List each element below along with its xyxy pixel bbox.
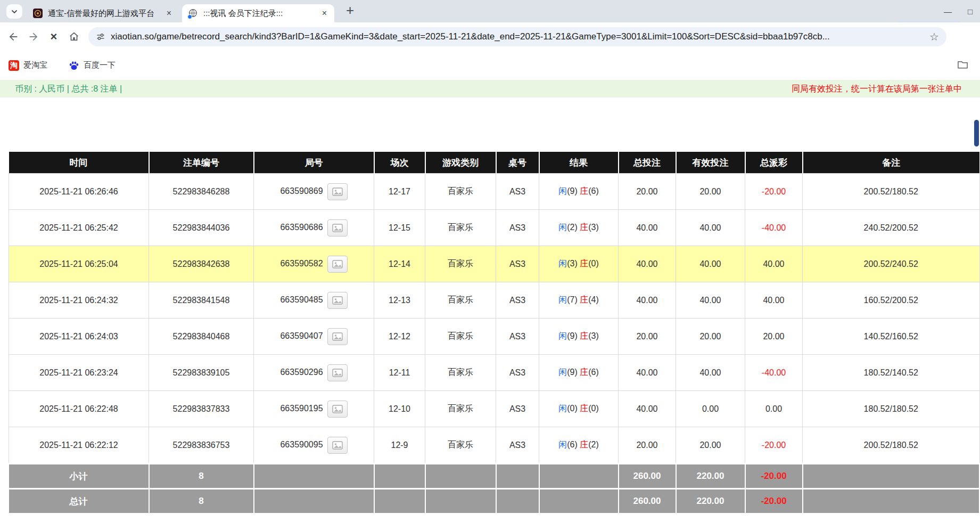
stop-button[interactable]: × — [45, 31, 63, 43]
bookmark-label: 爱淘宝 — [23, 60, 47, 70]
scrollbar-thumb[interactable] — [974, 120, 979, 146]
banker-score: (3) — [588, 223, 599, 232]
table-row[interactable]: 2025-11-21 06:24:32522983841548663590485… — [9, 282, 980, 319]
banker-label: 庄 — [580, 186, 588, 195]
cell-valid-bet: 20.00 — [676, 319, 745, 355]
new-tab-button[interactable]: + — [346, 2, 354, 19]
maximize-button[interactable]: □ — [968, 7, 973, 16]
total-count: 8 — [149, 489, 254, 513]
cell-bet-id: 522983839105 — [149, 355, 254, 391]
bookmarks-bar: 淘 爱淘宝 百度一下 — [0, 51, 980, 80]
bookmark-star-icon[interactable]: ☆ — [929, 30, 939, 43]
cell-result: 闲(0) 庄(0) — [539, 391, 619, 427]
subtotal-valid-bet: 220.00 — [676, 464, 745, 489]
bookmark-baidu[interactable]: 百度一下 — [69, 60, 116, 71]
column-header: 备注 — [803, 152, 980, 174]
cell-table-no: AS3 — [496, 210, 539, 246]
subtotal-payout: -20.00 — [745, 464, 803, 489]
empty-cell — [374, 464, 425, 489]
video-replay-button[interactable] — [327, 328, 348, 345]
empty-cell — [803, 464, 980, 489]
tab-betrecord[interactable]: :::视讯 会员下注纪录::: × — [182, 4, 334, 22]
site-info-icon[interactable] — [96, 32, 105, 42]
player-label: 闲 — [558, 259, 567, 268]
cell-total-bet: 40.00 — [619, 210, 676, 246]
forward-button[interactable] — [24, 31, 43, 43]
baidu-paw-icon — [69, 60, 79, 71]
table-row[interactable]: 2025-11-21 06:22:48522983837833663590195… — [9, 391, 980, 427]
cell-table-no: AS3 — [496, 246, 539, 282]
cell-total-bet: 20.00 — [619, 174, 676, 210]
cell-payout: 40.00 — [745, 282, 803, 319]
close-tab-icon[interactable]: × — [321, 9, 328, 18]
player-score: (7) — [567, 295, 580, 304]
player-score: (2) — [567, 223, 580, 232]
video-record-icon — [332, 224, 343, 232]
subtotal-total-bet: 260.00 — [619, 464, 676, 489]
video-replay-button[interactable] — [327, 364, 348, 381]
video-replay-button[interactable] — [327, 219, 348, 236]
loading-dot-icon — [187, 14, 192, 19]
url-text: xiaotian.so/game/betrecord_search/kind3?… — [111, 31, 929, 42]
minimize-button[interactable]: — — [944, 7, 952, 16]
cell-valid-bet: 20.00 — [676, 174, 745, 210]
cell-payout: -40.00 — [745, 355, 803, 391]
cell-payout: -20.00 — [745, 427, 803, 464]
video-replay-button[interactable] — [327, 256, 348, 273]
total-row: 总计 8 260.00 220.00 -20.00 — [9, 489, 980, 513]
cell-round: 663590296 — [254, 355, 374, 391]
cell-round: 663590195 — [254, 391, 374, 427]
cell-time: 2025-11-21 06:22:48 — [9, 391, 149, 427]
banker-label: 庄 — [580, 368, 588, 377]
table-row[interactable]: 2025-11-21 06:25:04522983842638663590582… — [9, 246, 980, 282]
video-replay-button[interactable] — [327, 401, 348, 418]
cell-game: 百家乐 — [425, 319, 496, 355]
table-row[interactable]: 2025-11-21 06:22:12522983836753663590095… — [9, 427, 980, 464]
back-button[interactable] — [4, 31, 22, 43]
player-label: 闲 — [558, 440, 567, 449]
cell-result: 闲(9) 庄(6) — [539, 174, 619, 210]
chevron-down-icon — [11, 8, 18, 15]
cell-remark: 240.52/200.52 — [803, 210, 980, 246]
table-row[interactable]: 2025-11-21 06:23:24522983839105663590296… — [9, 355, 980, 391]
arrow-right-icon — [28, 31, 39, 43]
banker-score: (4) — [588, 295, 599, 304]
player-score: (6) — [567, 440, 580, 449]
empty-cell — [539, 489, 619, 513]
home-button[interactable] — [65, 31, 83, 43]
tab-tongbao[interactable]: 通宝-信誉最好的网上游戏平台 × — [27, 4, 179, 22]
cell-total-bet: 40.00 — [619, 391, 676, 427]
folder-icon[interactable] — [957, 60, 968, 71]
cell-remark: 200.52/180.52 — [803, 174, 980, 210]
round-number: 663590095 — [280, 440, 323, 449]
video-replay-button[interactable] — [327, 292, 348, 309]
banker-score: (0) — [588, 404, 599, 413]
player-score: (3) — [567, 259, 580, 268]
video-replay-button[interactable] — [327, 437, 348, 454]
cell-valid-bet: 20.00 — [676, 427, 745, 464]
subtotal-label: 小计 — [9, 464, 149, 489]
address-bar[interactable]: xiaotian.so/game/betrecord_search/kind3?… — [88, 27, 946, 46]
table-row[interactable]: 2025-11-21 06:24:03522983840468663590407… — [9, 319, 980, 355]
cell-game: 百家乐 — [425, 355, 496, 391]
notice-text: 同局有效投注，统一计算在该局第一张注单中 — [792, 80, 962, 97]
tab-strip: 通宝-信誉最好的网上游戏平台 × :::视讯 会员下注纪录::: × + — □ — [0, 0, 980, 22]
cell-total-bet: 40.00 — [619, 355, 676, 391]
info-bar: 币别 : 人民币 | 总共 :8 注单 | 同局有效投注，统一计算在该局第一张注… — [0, 80, 980, 97]
table-row[interactable]: 2025-11-21 06:26:46522983846288663590869… — [9, 174, 980, 210]
table-row[interactable]: 2025-11-21 06:25:42522983844036663590686… — [9, 210, 980, 246]
tab-search-button[interactable] — [6, 4, 22, 19]
cell-game: 百家乐 — [425, 246, 496, 282]
player-label: 闲 — [558, 368, 567, 377]
cell-payout: 0.00 — [745, 391, 803, 427]
player-label: 闲 — [558, 404, 567, 413]
cell-time: 2025-11-21 06:24:32 — [9, 282, 149, 319]
column-header: 游戏类别 — [425, 152, 496, 174]
bookmark-label: 百度一下 — [84, 60, 116, 70]
globe-favicon-icon — [188, 9, 198, 18]
bookmark-taobao[interactable]: 淘 爱淘宝 — [9, 60, 47, 71]
round-number: 663590195 — [280, 404, 323, 413]
video-replay-button[interactable] — [327, 183, 348, 200]
close-tab-icon[interactable]: × — [166, 9, 172, 18]
total-payout: -20.00 — [745, 489, 803, 513]
